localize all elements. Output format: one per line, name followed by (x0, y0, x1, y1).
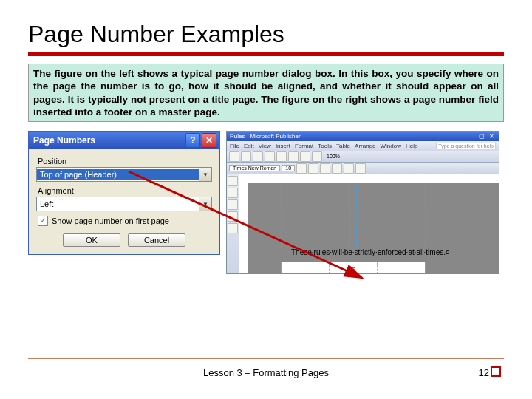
toolbar-formatting[interactable]: Times New Roman 10 (227, 163, 499, 174)
publisher-menubar[interactable]: File Edit View Insert Format Tools Table… (227, 141, 499, 151)
chevron-down-icon[interactable]: ▼ (199, 197, 211, 211)
toolbar-icon[interactable] (241, 151, 251, 162)
menu-tools[interactable]: Tools (318, 143, 332, 149)
toolbar-standard[interactable]: 100% (227, 151, 499, 163)
canvas[interactable]: These·rules·will·be·strictly·enforced·at… (239, 174, 499, 274)
menu-help[interactable]: Help (406, 143, 417, 149)
shape-icon[interactable] (228, 223, 238, 233)
shape-icon[interactable] (228, 211, 238, 222)
page-guide (356, 185, 426, 248)
italic-icon[interactable] (308, 163, 318, 174)
shape-icon[interactable] (228, 200, 238, 210)
toolbar-icon[interactable] (300, 151, 310, 162)
menu-view[interactable]: View (259, 143, 271, 149)
body-text: These·rules·will·be·strictly·enforced·at… (291, 248, 450, 256)
slide-title: Page Number Examples (28, 21, 504, 48)
position-label: Position (38, 157, 212, 166)
checkbox-icon[interactable]: ✓ (38, 216, 48, 226)
footer-left (282, 262, 330, 274)
description-box: The figure on the left shows a typical p… (28, 64, 504, 122)
show-first-row[interactable]: ✓ Show page number on first page (38, 216, 212, 226)
toolbar-icon[interactable] (265, 151, 275, 162)
publisher-title: Rules - Microsoft Publisher (230, 133, 301, 140)
footer-right (378, 262, 425, 274)
window-controls[interactable]: – ▢ ✕ (471, 133, 496, 140)
menu-insert[interactable]: Insert (276, 143, 290, 149)
menu-format[interactable]: Format (295, 143, 313, 149)
toolbar-icon[interactable] (253, 151, 263, 162)
toolbar-icon[interactable] (276, 151, 287, 162)
align-icon[interactable] (332, 163, 342, 174)
cancel-button[interactable]: Cancel (128, 233, 185, 247)
text-icon[interactable] (228, 188, 238, 198)
ok-button[interactable]: OK (63, 233, 120, 247)
tool-palette[interactable] (227, 174, 239, 274)
page-guide (281, 185, 350, 248)
chevron-down-icon[interactable]: ▼ (199, 168, 211, 181)
menu-file[interactable]: File (230, 143, 239, 149)
alignment-dropdown[interactable]: Left ▼ (36, 197, 212, 211)
page-numbers-dialog: Page Numbers ? ✕ Position Top of page (H… (28, 131, 220, 255)
close-icon[interactable]: ✕ (202, 133, 216, 148)
footer-frame[interactable]: # (281, 262, 426, 274)
menu-window[interactable]: Window (381, 143, 401, 149)
bold-icon[interactable] (296, 163, 307, 174)
help-icon[interactable]: ? (185, 133, 200, 148)
align-icon[interactable] (355, 163, 366, 174)
alignment-value: Left (37, 199, 199, 209)
publisher-window: Rules - Microsoft Publisher – ▢ ✕ File E… (226, 131, 499, 274)
menu-edit[interactable]: Edit (244, 143, 254, 149)
menu-table[interactable]: Table (336, 143, 350, 149)
footer-rule (28, 358, 504, 359)
toolbar-icon[interactable] (288, 151, 299, 162)
position-dropdown[interactable]: Top of page (Header) ▼ (36, 167, 212, 182)
footer-center: # (330, 262, 378, 274)
publisher-titlebar: Rules - Microsoft Publisher – ▢ ✕ (227, 132, 499, 141)
title-underline (28, 52, 504, 56)
underline-icon[interactable] (320, 163, 330, 174)
help-search[interactable]: Type a question for help (436, 143, 496, 149)
pointer-icon[interactable] (228, 176, 238, 186)
toolbar-icon[interactable] (312, 151, 322, 162)
lesson-label: Lesson 3 – Formatting Pages (0, 367, 532, 378)
dialog-title: Page Numbers (33, 135, 184, 146)
show-first-label: Show page number on first page (52, 216, 169, 225)
align-icon[interactable] (344, 163, 354, 174)
figures-row: Page Numbers ? ✕ Position Top of page (H… (28, 131, 504, 274)
position-value: Top of page (Header) (37, 169, 199, 180)
alignment-label: Alignment (38, 186, 212, 195)
dialog-titlebar: Page Numbers ? ✕ (29, 132, 219, 149)
toolbar-icon[interactable] (229, 151, 239, 162)
bullet-icon (491, 366, 501, 377)
menu-arrange[interactable]: Arrange (355, 143, 375, 149)
slide-number: 12 (479, 367, 489, 378)
